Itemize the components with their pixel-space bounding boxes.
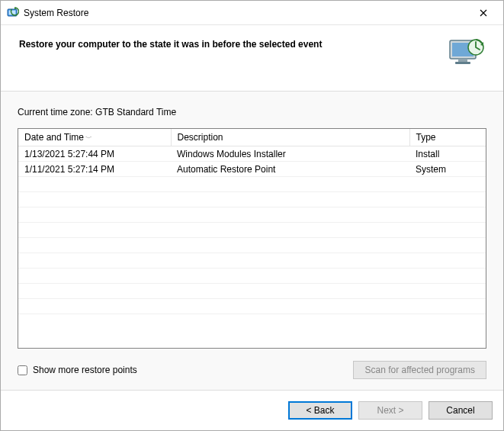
table-row — [18, 177, 486, 192]
cancel-button[interactable]: Cancel — [429, 401, 493, 420]
svg-rect-5 — [458, 59, 467, 62]
table-row — [18, 253, 486, 269]
table-row — [18, 269, 486, 284]
cell-description: Automatic Restore Point — [171, 162, 409, 177]
window-title: System Restore — [24, 8, 467, 18]
back-button[interactable]: < Back — [288, 401, 352, 420]
page-heading: Restore your computer to the state it wa… — [19, 37, 439, 50]
timezone-label: Current time zone: — [18, 107, 93, 117]
system-restore-icon — [7, 7, 19, 19]
table-row — [18, 299, 486, 314]
table-row[interactable]: 1/13/2021 5:27:44 PMWindows Modules Inst… — [18, 146, 486, 162]
cell-type: Install — [409, 146, 486, 162]
table-row — [18, 284, 486, 299]
wizard-footer: < Back Next > Cancel — [1, 391, 503, 430]
table-row — [18, 223, 486, 238]
timezone-line: Current time zone: GTB Standard Time — [18, 107, 486, 117]
svg-rect-6 — [455, 62, 470, 64]
table-row — [18, 238, 486, 253]
table-row — [18, 207, 486, 223]
restore-points-table[interactable]: Date and Time ﹀ Description Type 1/13/20… — [18, 128, 486, 349]
system-restore-window: System Restore Restore your computer to … — [0, 0, 504, 431]
below-table-row: Show more restore points Scan for affect… — [18, 361, 486, 379]
next-button: Next > — [358, 401, 422, 420]
table-row — [18, 192, 486, 207]
cell-datetime: 1/11/2021 5:27:14 PM — [18, 162, 171, 177]
column-header-datetime[interactable]: Date and Time ﹀ — [18, 129, 171, 146]
column-header-type[interactable]: Type — [409, 129, 486, 146]
show-more-label[interactable]: Show more restore points — [33, 365, 137, 375]
column-header-description[interactable]: Description — [171, 129, 409, 146]
show-more-checkbox[interactable] — [18, 365, 27, 375]
main-content: Current time zone: GTB Standard Time Dat… — [1, 91, 503, 391]
restore-monitor-icon — [448, 37, 485, 68]
cell-type: System — [409, 162, 486, 177]
scan-affected-button: Scan for affected programs — [353, 361, 486, 379]
titlebar: System Restore — [1, 1, 503, 25]
header-band: Restore your computer to the state it wa… — [1, 25, 503, 91]
cell-datetime: 1/13/2021 5:27:44 PM — [18, 146, 171, 162]
close-button[interactable] — [467, 2, 500, 24]
cell-description: Windows Modules Installer — [171, 146, 409, 162]
table-row[interactable]: 1/11/2021 5:27:14 PMAutomatic Restore Po… — [18, 162, 486, 177]
sort-descending-icon: ﹀ — [85, 133, 92, 143]
timezone-value: GTB Standard Time — [95, 107, 176, 117]
